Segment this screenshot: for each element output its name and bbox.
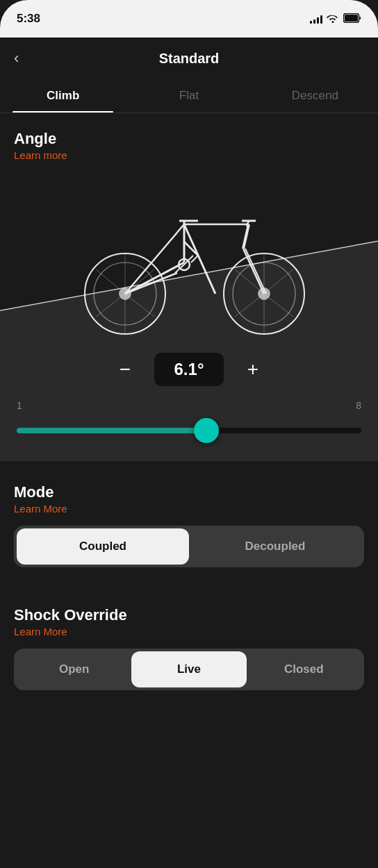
tab-descend[interactable]: Descend bbox=[252, 79, 378, 112]
mode-learn-more[interactable]: Learn More bbox=[14, 503, 364, 515]
tab-climb[interactable]: Climb bbox=[0, 79, 126, 112]
battery-icon bbox=[343, 13, 361, 25]
header-title: Standard bbox=[159, 51, 220, 67]
status-bar: 5:38 bbox=[0, 0, 378, 37]
shock-live-button[interactable]: Live bbox=[131, 651, 246, 687]
shock-override-section: Shock Override Learn More Open Live Clos… bbox=[0, 584, 378, 707]
signal-icon bbox=[310, 14, 322, 24]
slider-max-label: 8 bbox=[356, 400, 361, 411]
wifi-icon bbox=[327, 13, 339, 25]
shock-override-learn-more[interactable]: Learn More bbox=[14, 626, 364, 637]
shock-override-toggle-group: Open Live Closed bbox=[14, 649, 364, 690]
slider-thumb[interactable] bbox=[194, 418, 219, 443]
angle-controls: − 6.1° + bbox=[14, 353, 364, 386]
mode-toggle-group: Coupled Decoupled bbox=[14, 526, 364, 567]
angle-section-header: Angle Learn more bbox=[0, 113, 378, 172]
tabs-bar: Climb Flat Descend bbox=[0, 79, 378, 113]
svg-rect-1 bbox=[345, 15, 358, 22]
mode-label: Mode bbox=[14, 483, 364, 501]
angle-label: Angle bbox=[14, 130, 364, 148]
mode-decoupled-button[interactable]: Decoupled bbox=[189, 528, 361, 565]
shock-closed-button[interactable]: Closed bbox=[247, 651, 361, 687]
decrement-button[interactable]: − bbox=[110, 354, 140, 385]
header: ‹ Standard bbox=[0, 37, 378, 79]
angle-learn-more[interactable]: Learn more bbox=[14, 149, 364, 161]
slider-min-label: 1 bbox=[17, 400, 22, 411]
controls-area: − 6.1° + 1 8 bbox=[0, 339, 378, 461]
back-button[interactable]: ‹ bbox=[14, 51, 19, 66]
bike-illustration bbox=[0, 172, 378, 339]
status-time: 5:38 bbox=[17, 12, 40, 26]
slider-track bbox=[17, 428, 361, 433]
slider-labels: 1 8 bbox=[14, 400, 364, 411]
angle-value: 6.1° bbox=[154, 353, 224, 386]
mode-coupled-button[interactable]: Coupled bbox=[17, 528, 189, 565]
bottom-padding bbox=[0, 707, 378, 735]
status-icons bbox=[310, 13, 361, 25]
slider-fill bbox=[17, 428, 206, 433]
mode-section: Mode Learn More Coupled Decoupled bbox=[0, 461, 378, 584]
shock-override-label: Shock Override bbox=[14, 606, 364, 624]
tab-flat[interactable]: Flat bbox=[126, 79, 252, 112]
angle-slider[interactable] bbox=[14, 417, 364, 444]
increment-button[interactable]: + bbox=[238, 354, 268, 385]
shock-open-button[interactable]: Open bbox=[17, 651, 131, 687]
